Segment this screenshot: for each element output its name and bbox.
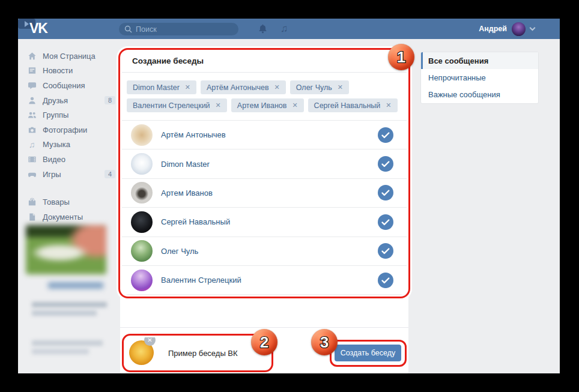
play-triangle-icon bbox=[25, 21, 29, 27]
annotation-step-3: 3 bbox=[311, 329, 338, 355]
filter-important[interactable]: Важные сообщения bbox=[421, 86, 538, 103]
chevron-down-icon bbox=[530, 25, 536, 31]
home-icon bbox=[27, 52, 37, 61]
member-chip[interactable]: Сергей Навальный ✕ bbox=[308, 98, 398, 112]
notifications-bell-icon[interactable] bbox=[258, 23, 268, 34]
vk-logo[interactable]: VK bbox=[29, 20, 47, 37]
friend-row[interactable]: Олег Чуль bbox=[120, 237, 408, 266]
chip-label: Валентин Стрелецкий bbox=[133, 101, 210, 110]
selected-check-icon[interactable] bbox=[378, 214, 393, 230]
chip-remove-icon[interactable]: ✕ bbox=[338, 83, 343, 91]
search-icon bbox=[124, 25, 132, 33]
panel-title: Создание беседы bbox=[120, 49, 408, 73]
member-chip[interactable]: Олег Чуль ✕ bbox=[290, 80, 349, 94]
selected-check-icon[interactable] bbox=[378, 273, 393, 288]
member-chip[interactable]: Артём Антонычев ✕ bbox=[201, 80, 286, 94]
sidebar-item-messages[interactable]: Сообщения bbox=[27, 78, 120, 93]
user-name: Андрей bbox=[479, 25, 507, 33]
sidebar-label: Игры bbox=[43, 170, 61, 179]
create-conversation-panel: Создание беседы Dimon Master ✕ Артём Ант… bbox=[120, 49, 408, 373]
friend-name[interactable]: Артём Антонычев bbox=[161, 130, 226, 139]
selected-check-icon[interactable] bbox=[378, 243, 393, 259]
friend-name[interactable]: Олег Чуль bbox=[161, 247, 198, 256]
filter-unread[interactable]: Непрочитанные bbox=[421, 69, 538, 86]
sidebar-ad-text-blurred bbox=[32, 310, 97, 316]
friend-avatar bbox=[131, 182, 153, 204]
news-icon bbox=[27, 66, 37, 75]
chip-remove-icon[interactable]: ✕ bbox=[274, 83, 280, 91]
chip-remove-icon[interactable]: ✕ bbox=[292, 101, 297, 109]
music-note-icon: ♫ bbox=[27, 140, 37, 149]
chip-label: Олег Чуль bbox=[296, 83, 332, 92]
sidebar-item-docs[interactable]: Документы bbox=[27, 210, 120, 225]
vk-page: VK Поиск ♫ Андрей Моя Страница bbox=[18, 19, 560, 373]
remove-photo-icon[interactable]: ✕ bbox=[144, 334, 156, 346]
chip-label: Артем Иванов bbox=[237, 101, 287, 110]
member-chip[interactable]: Dimon Master ✕ bbox=[127, 80, 196, 94]
sidebar-ad-text-blurred bbox=[32, 340, 103, 346]
chip-remove-icon[interactable]: ✕ bbox=[386, 101, 391, 109]
friend-name[interactable]: Валентин Стрелецкий bbox=[161, 276, 241, 285]
sidebar-item-games[interactable]: Игры 4 bbox=[27, 167, 120, 182]
friend-avatar bbox=[131, 153, 153, 175]
sidebar-label: Друзья bbox=[43, 96, 68, 105]
selected-members-chips: Dimon Master ✕ Артём Антонычев ✕ Олег Чу… bbox=[120, 73, 408, 116]
sidebar-item-market[interactable]: Товары bbox=[27, 194, 120, 210]
left-sidebar: Моя Страница Новости Сообщения Друзья 8 … bbox=[27, 49, 120, 225]
friend-name[interactable]: Сергей Навальный bbox=[161, 217, 230, 226]
sidebar-item-music[interactable]: ♫ Музыка bbox=[27, 137, 120, 152]
friends-list: Артём Антонычев Dimon Master Артем Ивано… bbox=[120, 120, 408, 295]
sidebar-label: Музыка bbox=[43, 140, 70, 149]
selected-check-icon[interactable] bbox=[378, 127, 393, 143]
sidebar-ad-link-blurred bbox=[48, 282, 103, 289]
sidebar-item-news[interactable]: Новости bbox=[27, 64, 120, 79]
sidebar-label: Фотографии bbox=[43, 125, 87, 134]
chip-label: Dimon Master bbox=[133, 83, 180, 92]
user-menu[interactable]: Андрей bbox=[479, 19, 535, 39]
friend-name[interactable]: Dimon Master bbox=[161, 160, 210, 169]
chip-remove-icon[interactable]: ✕ bbox=[216, 101, 221, 109]
member-chip[interactable]: Валентин Стрелецкий ✕ bbox=[127, 98, 227, 112]
friend-name[interactable]: Артем Иванов bbox=[161, 188, 213, 198]
friend-row[interactable]: Артем Иванов bbox=[120, 179, 408, 208]
friend-row[interactable]: Валентин Стрелецкий bbox=[120, 266, 408, 295]
filter-all-messages[interactable]: Все сообщения bbox=[421, 52, 538, 69]
friend-row[interactable]: Артём Антонычев bbox=[120, 121, 408, 149]
shopping-bag-icon bbox=[27, 198, 37, 207]
games-count-badge: 4 bbox=[105, 170, 115, 178]
music-icon[interactable]: ♫ bbox=[280, 23, 288, 34]
gamepad-icon bbox=[27, 170, 37, 179]
sidebar-item-friends[interactable]: Друзья 8 bbox=[27, 93, 120, 108]
friend-avatar bbox=[131, 270, 153, 291]
sidebar-spacer bbox=[27, 181, 120, 194]
sidebar-item-video[interactable]: Видео bbox=[27, 152, 120, 167]
search-input[interactable]: Поиск bbox=[119, 23, 238, 35]
sidebar-label: Новости bbox=[43, 66, 73, 75]
chip-remove-icon[interactable]: ✕ bbox=[185, 83, 190, 91]
selected-check-icon[interactable] bbox=[378, 185, 393, 201]
messages-filter-menu: Все сообщения Непрочитанные Важные сообщ… bbox=[420, 52, 539, 104]
sidebar-item-photos[interactable]: Фотографии bbox=[27, 122, 120, 137]
friend-row[interactable]: Dimon Master bbox=[120, 149, 408, 178]
sidebar-ad-image bbox=[26, 225, 106, 274]
search-placeholder: Поиск bbox=[136, 25, 157, 34]
member-chip[interactable]: Артем Иванов ✕ bbox=[231, 98, 304, 112]
create-conversation-button[interactable]: Создать беседу bbox=[335, 345, 401, 361]
friend-avatar bbox=[131, 124, 153, 146]
sidebar-ad-text-blurred bbox=[32, 349, 89, 354]
document-icon bbox=[27, 213, 37, 222]
chat-bubble-icon bbox=[27, 81, 37, 90]
friend-row[interactable]: Сергей Навальный bbox=[120, 208, 408, 237]
sidebar-item-my-page[interactable]: Моя Страница bbox=[27, 49, 120, 64]
friend-avatar bbox=[131, 240, 153, 262]
conversation-name-input[interactable]: Пример беседы ВК bbox=[168, 349, 238, 358]
selected-check-icon[interactable] bbox=[378, 156, 393, 172]
sidebar-label: Видео bbox=[43, 155, 65, 164]
person-icon bbox=[27, 96, 37, 105]
sidebar-label: Документы bbox=[43, 213, 83, 222]
chip-label: Артём Антонычев bbox=[207, 83, 269, 92]
sidebar-label: Товары bbox=[43, 198, 70, 207]
annotation-step-1: 1 bbox=[388, 44, 414, 70]
friend-avatar bbox=[131, 211, 153, 233]
sidebar-item-groups[interactable]: Группы bbox=[27, 107, 120, 122]
